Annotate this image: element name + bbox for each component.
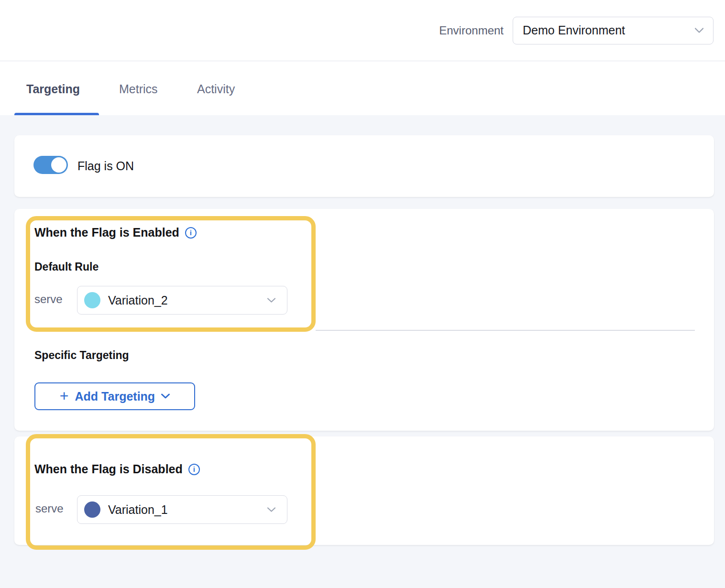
tab-targeting[interactable]: Targeting <box>26 82 80 96</box>
serve-label-disabled: serve <box>35 502 64 515</box>
info-icon[interactable]: i <box>185 227 197 239</box>
variation2-color-dot-icon <box>84 292 100 308</box>
flag-toggle[interactable] <box>33 156 68 174</box>
chevron-down-icon <box>267 296 275 305</box>
chevron-down-icon <box>161 392 170 401</box>
tab-metrics[interactable]: Metrics <box>119 82 158 96</box>
flag-status-label: Flag is ON <box>77 159 134 173</box>
toggle-knob-icon <box>51 157 66 173</box>
chevron-down-icon <box>267 505 275 514</box>
disabled-title-text: When the Flag is Disabled <box>34 462 183 476</box>
serve-label-enabled: serve <box>34 293 63 306</box>
environment-label: Environment <box>439 24 504 37</box>
disabled-variation-select[interactable]: Variation_1 <box>77 495 287 524</box>
main-content: Flag is ON When the Flag is Enabled i De… <box>0 115 725 588</box>
flag-disabled-card: When the Flag is Disabled i serve Variat… <box>14 436 714 545</box>
plus-icon: + <box>60 388 69 403</box>
default-rule-label: Default Rule <box>34 261 99 273</box>
variation1-name: Variation_1 <box>108 503 267 517</box>
flag-status-card: Flag is ON <box>14 135 714 197</box>
disabled-section-title: When the Flag is Disabled i <box>34 462 200 476</box>
highlight-box-disabled <box>26 434 316 550</box>
enabled-section-title: When the Flag is Enabled i <box>34 226 197 240</box>
specific-targeting-label: Specific Targeting <box>34 349 129 362</box>
variation2-name: Variation_2 <box>108 294 267 307</box>
feature-flag-page: Environment Demo Environment Targeting M… <box>0 0 725 588</box>
flag-enabled-card: When the Flag is Enabled i Default Rule … <box>14 209 714 431</box>
enabled-title-text: When the Flag is Enabled <box>34 226 179 240</box>
environment-select[interactable]: Demo Environment <box>513 17 714 44</box>
add-targeting-label: Add Targeting <box>75 390 155 403</box>
default-rule-variation-select[interactable]: Variation_2 <box>77 286 287 315</box>
header: Environment Demo Environment <box>0 0 725 61</box>
tab-bar: Targeting Metrics Activity <box>0 61 725 115</box>
section-divider <box>316 330 695 331</box>
tab-activity[interactable]: Activity <box>197 82 235 96</box>
chevron-down-icon <box>695 26 703 35</box>
add-targeting-button[interactable]: + Add Targeting <box>34 382 195 410</box>
environment-selected-value: Demo Environment <box>523 23 625 37</box>
variation1-color-dot-icon <box>84 501 100 518</box>
info-icon[interactable]: i <box>188 464 200 475</box>
